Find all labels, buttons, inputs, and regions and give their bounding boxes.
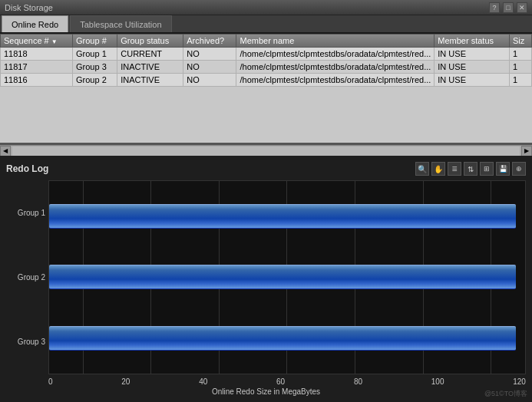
chart-toolbar: 🔍 ✋ ≡ ⇅ ⊞ 💾 ⊕ [415, 162, 526, 176]
save-chart-button[interactable]: 💾 [496, 162, 510, 176]
cell-groupStatus: CURRENT [117, 48, 183, 61]
cell-size: 1 [509, 74, 531, 87]
chart-area: Redo Log 🔍 ✋ ≡ ⇅ ⊞ 💾 ⊕ Group 1Group 2Gro… [0, 156, 532, 402]
x-axis-label: 80 [354, 377, 362, 386]
grid-button[interactable]: ⊞ [480, 162, 494, 176]
col-member-status[interactable]: Member status [435, 35, 510, 48]
sort-button[interactable]: ⇅ [464, 162, 477, 176]
bar [49, 326, 516, 351]
cell-archived: NO [183, 61, 236, 74]
chart-content: Group 1Group 2Group 3 020406080100120 On… [6, 180, 526, 396]
bar-row [49, 262, 525, 292]
cell-sequence: 11816 [1, 74, 73, 87]
scroll-left-button[interactable]: ◀ [0, 146, 11, 157]
chart-plot: Group 1Group 2Group 3 [6, 180, 526, 374]
y-axis-label: Group 3 [6, 338, 45, 346]
table-header-row: Sequence # Group # Group status Archived… [1, 35, 532, 48]
x-axis-label: 100 [431, 377, 444, 386]
x-axis-label: 20 [121, 377, 130, 386]
cell-memberStatus: IN USE [435, 74, 510, 87]
main-area: Sequence # Group # Group status Archived… [0, 34, 532, 402]
x-axis-label: 0 [48, 377, 53, 386]
table-row: 11816Group 2INACTIVENO/home/clpmtest/clp… [1, 74, 532, 87]
col-size[interactable]: Siz [509, 35, 531, 48]
chart-title: Redo Log [6, 163, 48, 174]
filter-button[interactable]: ≡ [448, 162, 461, 176]
cell-archived: NO [183, 74, 236, 87]
x-axis-label: 120 [513, 377, 526, 386]
pan-tool-button[interactable]: ✋ [431, 162, 445, 176]
cell-memberStatus: IN USE [435, 48, 510, 61]
cell-sequence: 11817 [1, 61, 73, 74]
cell-memberName: /home/clpmtest/clpmtestdbs/oradata/clpmt… [236, 61, 435, 74]
cell-group: Group 1 [73, 48, 117, 61]
cell-group: Group 3 [73, 61, 117, 74]
bar [49, 204, 516, 229]
cell-size: 1 [509, 61, 531, 74]
col-member-name[interactable]: Member name [236, 35, 435, 48]
x-axis-title: Online Redo Size in MegaBytes [6, 387, 526, 396]
x-axis-label: 40 [199, 377, 207, 386]
watermark: @51©TO博客 [484, 389, 527, 399]
tab-tablespace[interactable]: Tablespace Utilization [70, 15, 171, 32]
table-row: 11817Group 3INACTIVENO/home/clpmtest/clp… [1, 61, 532, 74]
data-table: Sequence # Group # Group status Archived… [0, 34, 532, 87]
scroll-track[interactable] [12, 147, 520, 156]
bar-row [49, 202, 525, 231]
cell-archived: NO [183, 48, 236, 61]
zoom-tool-button[interactable]: 🔍 [415, 162, 429, 176]
table-area: Sequence # Group # Group status Archived… [0, 34, 532, 145]
x-axis: 020406080100120 [6, 377, 526, 386]
bars-area [48, 180, 526, 374]
bar [49, 265, 516, 289]
close-button[interactable]: ✕ [517, 2, 527, 13]
cell-groupStatus: INACTIVE [117, 74, 183, 87]
col-group[interactable]: Group # [73, 35, 117, 48]
tab-bar: Online Redo Tablespace Utilization [0, 15, 532, 34]
y-axis-labels: Group 1Group 2Group 3 [6, 180, 48, 374]
app-title: Disk Storage [5, 3, 53, 12]
y-axis-label: Group 1 [6, 209, 45, 217]
title-bar-icons: ? □ ✕ [489, 2, 527, 13]
col-sequence[interactable]: Sequence # [1, 35, 73, 48]
tab-online-redo[interactable]: Online Redo [2, 15, 68, 32]
title-bar: Disk Storage ? □ ✕ [0, 0, 532, 15]
table-row: 11818Group 1CURRENTNO/home/clpmtest/clpm… [1, 48, 532, 61]
cell-memberStatus: IN USE [435, 61, 510, 74]
col-group-status[interactable]: Group status [117, 35, 183, 48]
y-axis-label: Group 2 [6, 273, 45, 282]
x-axis-label: 60 [276, 377, 285, 386]
bar-row [49, 324, 525, 353]
restore-button[interactable]: □ [503, 2, 514, 13]
col-archived[interactable]: Archived? [183, 35, 236, 48]
cell-size: 1 [509, 48, 531, 61]
cell-memberName: /home/clpmtest/clpmtestdbs/oradata/clpmt… [236, 74, 435, 87]
cell-sequence: 11818 [1, 48, 73, 61]
expand-button[interactable]: ⊕ [512, 162, 526, 176]
cell-groupStatus: INACTIVE [117, 61, 183, 74]
cell-group: Group 2 [73, 74, 117, 87]
scroll-right-button[interactable]: ▶ [521, 146, 532, 157]
cell-memberName: /home/clpmtest/clpmtestdbs/oradata/clpmt… [236, 48, 435, 61]
horizontal-scrollbar[interactable]: ◀ ▶ [0, 145, 532, 156]
chart-header: Redo Log 🔍 ✋ ≡ ⇅ ⊞ 💾 ⊕ [6, 162, 526, 176]
help-button[interactable]: ? [489, 2, 500, 13]
